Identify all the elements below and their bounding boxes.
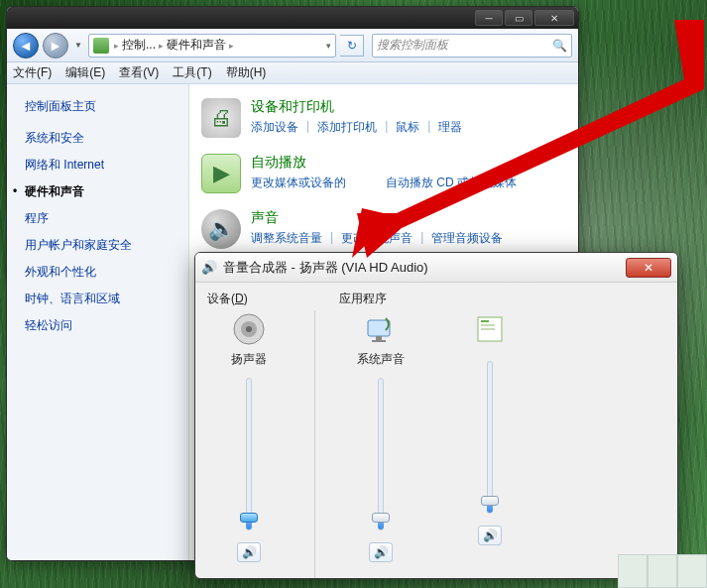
volume-mixer-window: 🔊 音量合成器 - 扬声器 (VIA HD Audio) ✕ 设备(D) 扬声器 [194, 252, 678, 579]
device-label: 设备(D) [207, 291, 291, 307]
volume-slider-app3[interactable] [477, 361, 503, 514]
mute-button-app3[interactable]: 🔊 [478, 526, 502, 545]
search-input[interactable]: 搜索控制面板 🔍 [372, 34, 572, 58]
svg-rect-7 [372, 340, 386, 342]
app-icon[interactable] [472, 311, 508, 347]
speaker-icon: 🔈 [201, 209, 241, 249]
devices-title[interactable]: 设备和打印机 [251, 98, 566, 116]
autoplay-title[interactable]: 自动播放 [251, 154, 566, 172]
svg-rect-11 [481, 328, 495, 330]
sidebar: 控制面板主页 系统和安全 网络和 Internet 硬件和声音 程序 用户帐户和… [7, 84, 189, 560]
search-icon: 🔍 [552, 39, 567, 53]
channel-app-3: 🔊 [448, 311, 531, 562]
link-add-device[interactable]: 添加设备 [251, 119, 298, 136]
volume-slider-system[interactable] [368, 378, 394, 530]
volume-icon: 🔊 [201, 260, 217, 276]
link-change-sounds[interactable]: 更改系统声音 [341, 230, 412, 247]
app-label: 应用程序 [339, 291, 531, 307]
maximize-button[interactable]: ▭ [505, 10, 532, 26]
nav-toolbar: ◄ ► ▼ ▸ 控制... ▸ 硬件和声音 ▸ ▾ ↻ 搜索控制面板 🔍 [7, 29, 578, 62]
category-sound: 🔈 声音 调整系统音量| 更改系统声音| 管理音频设备 [201, 209, 566, 249]
breadcrumb[interactable]: ▸ 控制... ▸ 硬件和声音 ▸ ▾ [88, 34, 336, 58]
autoplay-icon: ▶ [201, 154, 241, 193]
breadcrumb-root[interactable]: 控制... [122, 37, 156, 54]
sidebar-item-programs[interactable]: 程序 [7, 205, 188, 232]
sidebar-item-network[interactable]: 网络和 Internet [7, 152, 188, 178]
menubar: 文件(F) 编辑(E) 查看(V) 工具(T) 帮助(H) [7, 62, 578, 84]
menu-view[interactable]: 查看(V) [119, 64, 159, 81]
svg-rect-6 [376, 336, 382, 340]
sidebar-item-users[interactable]: 用户帐户和家庭安全 [7, 232, 188, 259]
volume-slider-speakers[interactable] [236, 378, 262, 530]
sound-title[interactable]: 声音 [251, 209, 566, 227]
search-placeholder: 搜索控制面板 [377, 37, 448, 54]
sidebar-item-ease[interactable]: 轻松访问 [7, 312, 188, 339]
mute-button-speakers[interactable]: 🔊 [237, 542, 261, 562]
channel-speakers: 扬声器 🔊 [207, 311, 291, 562]
device-group: 设备(D) 扬声器 🔊 [207, 291, 291, 578]
link-add-printer[interactable]: 添加打印机 [317, 119, 377, 136]
breadcrumb-leaf[interactable]: 硬件和声音 [167, 37, 226, 54]
category-devices: 🖨 设备和打印机 添加设备| 添加打印机| 鼠标| 理器 [201, 98, 566, 138]
mixer-title: 音量合成器 - 扬声器 (VIA HD Audio) [223, 259, 626, 277]
sidebar-item-appearance[interactable]: 外观和个性化 [7, 259, 188, 286]
menu-tools[interactable]: 工具(T) [173, 64, 211, 81]
link-manager[interactable]: 理器 [438, 119, 462, 136]
link-manage-audio[interactable]: 管理音频设备 [431, 230, 503, 247]
bottom-strip [618, 554, 707, 588]
link-mouse[interactable]: 鼠标 [396, 119, 419, 136]
sidebar-item-clock[interactable]: 时钟、语言和区域 [7, 286, 188, 312]
speaker-device-icon[interactable] [231, 311, 267, 347]
channel-system-sounds: 系统声音 🔊 [339, 311, 422, 562]
link-autoplay-cd[interactable]: 自动播放 CD 或其他媒体 [386, 175, 517, 191]
sidebar-item-system[interactable]: 系统和安全 [7, 125, 188, 152]
control-panel-icon [93, 38, 109, 54]
svg-point-4 [246, 326, 252, 332]
titlebar: ─ ▭ ✕ [7, 7, 578, 29]
link-adjust-volume[interactable]: 调整系统音量 [251, 230, 322, 247]
svg-rect-10 [481, 324, 495, 326]
refresh-button[interactable]: ↻ [340, 35, 364, 57]
group-separator [314, 310, 315, 578]
channel-name: 系统声音 [357, 351, 405, 368]
mute-button-system[interactable]: 🔊 [369, 542, 393, 562]
history-dropdown[interactable]: ▼ [72, 38, 84, 54]
minimize-button[interactable]: ─ [475, 10, 503, 26]
printer-icon: 🖨 [201, 98, 241, 138]
sidebar-item-hardware[interactable]: 硬件和声音 [7, 178, 188, 205]
system-sounds-icon[interactable] [363, 311, 399, 347]
menu-file[interactable]: 文件(F) [13, 64, 52, 81]
mixer-titlebar: 🔊 音量合成器 - 扬声器 (VIA HD Audio) ✕ [195, 253, 677, 283]
menu-edit[interactable]: 编辑(E) [65, 64, 105, 81]
forward-button[interactable]: ► [43, 33, 68, 59]
link-autoplay-change[interactable]: 更改媒体或设备的 [251, 175, 346, 191]
mixer-close-button[interactable]: ✕ [626, 258, 671, 278]
sidebar-home[interactable]: 控制面板主页 [7, 96, 188, 125]
close-button[interactable]: ✕ [534, 10, 574, 26]
svg-rect-9 [481, 320, 489, 322]
applications-group: 应用程序 系统声音 🔊 [339, 291, 531, 578]
category-autoplay: ▶ 自动播放 更改媒体或设备的 自动播放 CD 或其他媒体 [201, 154, 566, 193]
channel-name: 扬声器 [231, 351, 267, 368]
back-button[interactable]: ◄ [13, 33, 39, 59]
menu-help[interactable]: 帮助(H) [226, 64, 267, 81]
